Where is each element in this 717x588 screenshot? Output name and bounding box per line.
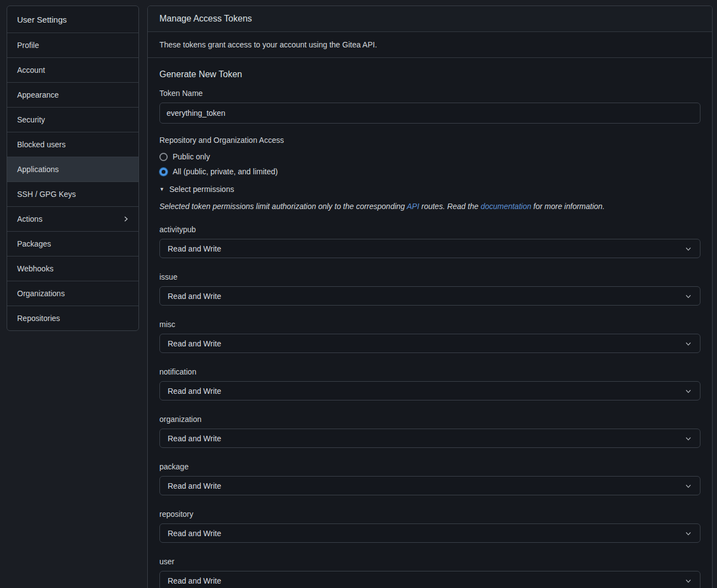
- radio-selected-icon: [159, 168, 168, 176]
- sidebar-item-organizations[interactable]: Organizations: [7, 281, 138, 306]
- sidebar-item-security[interactable]: Security: [7, 107, 138, 132]
- selected-option-label: Read and Write: [168, 529, 221, 538]
- permission-group-label: user: [159, 557, 700, 566]
- selected-option-label: Read and Write: [168, 482, 221, 490]
- permission-group-activitypub: activitypub Read and Write: [159, 225, 700, 258]
- sidebar-item-profile[interactable]: Profile: [7, 33, 138, 57]
- sidebar-item-label: Security: [17, 115, 45, 124]
- permission-group-user: user Read and Write: [159, 557, 700, 588]
- token-name-label: Token Name: [159, 89, 700, 98]
- user-permission-select[interactable]: Read and Write: [159, 571, 700, 588]
- sidebar-item-label: Blocked users: [17, 140, 66, 149]
- notice-text: for more information.: [531, 202, 604, 211]
- page-title: Manage Access Tokens: [159, 14, 252, 23]
- chevron-down-icon: [684, 577, 692, 585]
- documentation-link[interactable]: documentation: [480, 202, 531, 211]
- panel-header: Manage Access Tokens: [148, 6, 712, 32]
- notice-text: Selected token permissions limit authori…: [159, 202, 407, 211]
- permission-group-notification: notification Read and Write: [159, 367, 700, 400]
- repository-permission-select[interactable]: Read and Write: [159, 523, 700, 543]
- manage-tokens-panel: Manage Access Tokens These tokens grant …: [147, 6, 713, 588]
- chevron-down-icon: [684, 387, 692, 395]
- sidebar-title: User Settings: [7, 6, 138, 33]
- chevron-right-icon: [122, 215, 130, 223]
- radio-all-access[interactable]: All (public, private, and limited): [159, 164, 700, 179]
- selected-option-label: Read and Write: [168, 292, 221, 301]
- permission-group-label: issue: [159, 272, 700, 281]
- selected-option-label: Read and Write: [168, 339, 221, 348]
- selected-option-label: Read and Write: [168, 387, 221, 395]
- sidebar-item-label: Appearance: [17, 90, 59, 99]
- sidebar-item-appearance[interactable]: Appearance: [7, 82, 138, 107]
- selected-option-label: Read and Write: [168, 434, 221, 443]
- tokens-description: These tokens grant access to your accoun…: [148, 32, 712, 58]
- select-permissions-toggle[interactable]: ▼ Select permissions: [159, 185, 700, 194]
- radio-unselected-icon: [159, 153, 168, 161]
- chevron-down-icon: [684, 530, 692, 537]
- chevron-down-icon: [684, 340, 692, 348]
- sidebar-item-label: Packages: [17, 239, 51, 248]
- permission-group-label: notification: [159, 367, 700, 376]
- token-name-input[interactable]: [159, 103, 700, 124]
- sidebar-item-label: Account: [17, 66, 45, 74]
- sidebar-item-label: Profile: [17, 41, 39, 50]
- issue-permission-select[interactable]: Read and Write: [159, 286, 700, 306]
- chevron-down-icon: [684, 292, 692, 300]
- permission-group-label: package: [159, 462, 700, 471]
- activitypub-permission-select[interactable]: Read and Write: [159, 239, 700, 258]
- sidebar-item-label: Organizations: [17, 289, 65, 298]
- sidebar-item-ssh-gpg-keys[interactable]: SSH / GPG Keys: [7, 181, 138, 206]
- misc-permission-select[interactable]: Read and Write: [159, 334, 700, 353]
- sidebar-item-label: SSH / GPG Keys: [17, 190, 76, 199]
- sidebar-item-label: Applications: [17, 165, 59, 174]
- sidebar-item-applications[interactable]: Applications: [7, 157, 138, 181]
- permission-group-organization: organization Read and Write: [159, 415, 700, 448]
- selected-option-label: Read and Write: [168, 244, 221, 253]
- notification-permission-select[interactable]: Read and Write: [159, 381, 700, 400]
- chevron-down-icon: [684, 245, 692, 253]
- sidebar-item-label: Actions: [17, 215, 42, 223]
- sidebar-item-packages[interactable]: Packages: [7, 231, 138, 256]
- page-layout: User Settings Profile Account Appearance…: [0, 0, 717, 588]
- permissions-notice: Selected token permissions limit authori…: [159, 202, 700, 211]
- sidebar-item-label: Repositories: [17, 314, 60, 323]
- permission-group-label: activitypub: [159, 225, 700, 234]
- sidebar-item-actions[interactable]: Actions: [7, 206, 138, 231]
- permission-group-misc: misc Read and Write: [159, 320, 700, 353]
- generate-token-form: Generate New Token Token Name Repository…: [148, 58, 712, 588]
- radio-public-only[interactable]: Public only: [159, 149, 700, 164]
- sidebar-item-blocked-users[interactable]: Blocked users: [7, 132, 138, 157]
- access-scope-label: Repository and Organization Access: [159, 136, 700, 145]
- sidebar-item-label: Webhooks: [17, 264, 53, 273]
- radio-label: Public only: [173, 152, 210, 161]
- sidebar-item-webhooks[interactable]: Webhooks: [7, 256, 138, 281]
- permission-group-repository: repository Read and Write: [159, 510, 700, 543]
- selected-option-label: Read and Write: [168, 576, 221, 585]
- notice-text: routes. Read the: [419, 202, 480, 211]
- permission-group-label: misc: [159, 320, 700, 329]
- organization-permission-select[interactable]: Read and Write: [159, 429, 700, 448]
- permission-group-package: package Read and Write: [159, 462, 700, 495]
- package-permission-select[interactable]: Read and Write: [159, 476, 700, 495]
- radio-label: All (public, private, and limited): [173, 167, 278, 176]
- caret-down-icon: ▼: [159, 187, 164, 192]
- settings-sidebar: User Settings Profile Account Appearance…: [7, 6, 139, 331]
- permission-group-label: organization: [159, 415, 700, 424]
- select-permissions-label: Select permissions: [169, 185, 234, 194]
- chevron-down-icon: [684, 482, 692, 490]
- sidebar-item-account[interactable]: Account: [7, 57, 138, 82]
- permission-group-label: repository: [159, 510, 700, 518]
- chevron-down-icon: [684, 435, 692, 442]
- sidebar-item-repositories[interactable]: Repositories: [7, 306, 138, 330]
- permission-group-issue: issue Read and Write: [159, 272, 700, 306]
- generate-new-token-heading: Generate New Token: [159, 70, 700, 79]
- api-link[interactable]: API: [407, 202, 420, 211]
